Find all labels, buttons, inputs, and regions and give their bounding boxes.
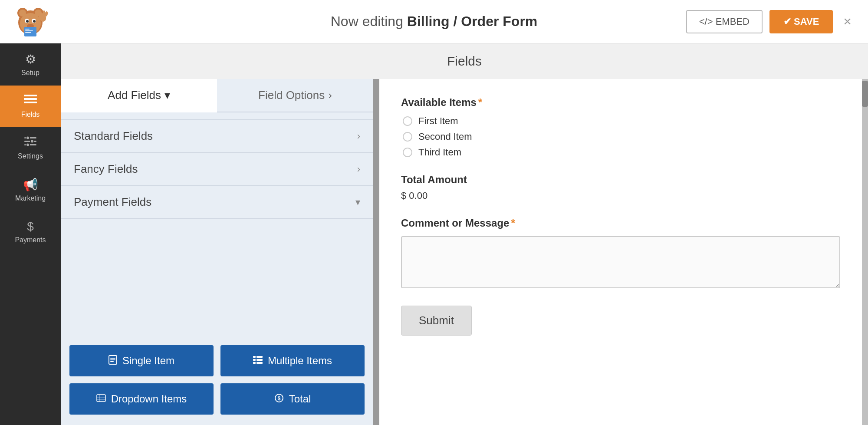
single-item-button[interactable]: Single Item (69, 345, 214, 376)
total-amount-label: Total Amount (401, 174, 840, 186)
svg-rect-41 (97, 397, 105, 398)
logo-icon (13, 4, 48, 39)
settings-icon (24, 136, 36, 150)
sidebar-label-settings: Settings (18, 152, 43, 160)
tabs-row: Add Fields ▾ Field Options › (61, 79, 373, 112)
field-group-payment[interactable]: Payment Fields ▾ (61, 186, 373, 219)
svg-point-27 (26, 136, 30, 140)
total-button[interactable]: $ Total (220, 383, 365, 415)
embed-button[interactable]: </> EMBED (686, 10, 763, 33)
tab-add-fields-label: Add Fields (108, 89, 161, 102)
dropdown-items-label: Dropdown Items (111, 393, 187, 405)
svg-rect-36 (253, 359, 256, 361)
radio-item-third[interactable]: Third Item (403, 147, 840, 158)
comment-label: Comment or Message* (401, 217, 840, 229)
svg-rect-33 (110, 361, 114, 362)
svg-point-9 (33, 20, 36, 23)
single-item-label: Single Item (122, 355, 174, 367)
third-item-label: Third Item (418, 147, 461, 158)
header-actions: </> EMBED ✔ SAVE × (686, 10, 855, 33)
svg-text:$: $ (277, 395, 280, 402)
svg-rect-11 (24, 27, 36, 36)
chevron-right-fancy: › (357, 164, 360, 175)
tab-field-options[interactable]: Field Options › (217, 79, 373, 112)
chevron-right-icon: › (328, 89, 332, 102)
comment-section: Comment or Message* (401, 217, 840, 290)
second-item-label: Second Item (418, 131, 472, 142)
sidebar-item-setup[interactable]: ⚙ Setup (0, 43, 61, 86)
sidebar-item-settings[interactable]: Settings (0, 127, 61, 169)
fields-section-title: Fields (61, 43, 868, 79)
fancy-fields-label: Fancy Fields (74, 162, 138, 176)
total-icon: $ (274, 394, 284, 405)
dropdown-items-icon (96, 394, 106, 404)
header-title: Now editing Billing / Order Form (331, 13, 538, 30)
chevron-down-icon: ▾ (164, 89, 170, 102)
payment-fields-label: Payment Fields (74, 195, 151, 209)
sidebar-label-payments: Payments (15, 236, 46, 244)
save-button[interactable]: ✔ SAVE (769, 10, 833, 33)
left-panel: Add Fields ▾ Field Options › Standard Fi… (61, 79, 373, 425)
form-preview: Available Items* First Item Second Item (379, 79, 862, 425)
submit-section: Submit (401, 306, 840, 336)
svg-rect-23 (24, 102, 26, 103)
field-groups: Standard Fields › Fancy Fields › Payment… (61, 112, 373, 335)
radio-circle-second (403, 132, 412, 142)
main-layout: ⚙ Setup Fields (0, 43, 868, 425)
svg-point-28 (30, 140, 34, 143)
svg-rect-34 (253, 356, 256, 358)
sidebar-label-marketing: Marketing (15, 194, 46, 202)
field-group-fancy[interactable]: Fancy Fields › (61, 153, 373, 186)
standard-fields-label: Standard Fields (74, 129, 153, 143)
radio-group: First Item Second Item Third Item (403, 115, 840, 158)
svg-rect-14 (25, 32, 31, 33)
top-header: Now editing Billing / Order Form </> EMB… (0, 0, 868, 43)
sidebar-label-setup: Setup (21, 69, 39, 77)
marketing-icon: 📢 (23, 178, 38, 192)
sidebar-label-fields: Fields (21, 111, 40, 119)
svg-rect-32 (110, 359, 115, 360)
payments-icon: $ (27, 220, 34, 234)
svg-point-29 (26, 143, 30, 147)
multiple-items-icon (253, 356, 263, 366)
single-item-icon (108, 355, 117, 367)
available-items-section: Available Items* First Item Second Item (401, 96, 840, 158)
total-amount-value: $ 0.00 (401, 190, 840, 201)
svg-rect-12 (25, 29, 30, 30)
multiple-items-button[interactable]: Multiple Items (220, 345, 365, 376)
panels-container: Add Fields ▾ Field Options › Standard Fi… (61, 79, 868, 425)
svg-rect-37 (256, 359, 263, 361)
svg-rect-31 (110, 358, 115, 359)
tab-field-options-label: Field Options (258, 89, 325, 102)
svg-rect-13 (25, 30, 33, 31)
radio-item-second[interactable]: Second Item (403, 131, 840, 142)
required-star: * (478, 96, 482, 109)
content-area: Fields Add Fields ▾ Field Options › (61, 43, 868, 425)
comment-textarea[interactable] (401, 236, 840, 288)
svg-rect-35 (256, 356, 263, 358)
field-group-standard[interactable]: Standard Fields › (61, 119, 373, 153)
svg-rect-42 (97, 399, 105, 400)
chevron-down-payment: ▾ (355, 197, 360, 208)
right-panel-scrollbar[interactable] (862, 79, 868, 425)
svg-rect-38 (253, 362, 256, 364)
scrollbar-thumb (862, 81, 868, 107)
svg-point-8 (26, 20, 29, 23)
left-panel-scrollbar[interactable] (373, 79, 379, 425)
dropdown-items-button[interactable]: Dropdown Items (69, 383, 214, 415)
payment-buttons: Single Item (61, 335, 373, 425)
gear-icon: ⚙ (25, 52, 36, 66)
svg-rect-43 (99, 395, 100, 402)
fields-icon (24, 94, 37, 108)
tab-add-fields[interactable]: Add Fields ▾ (61, 79, 217, 112)
first-item-label: First Item (418, 115, 458, 127)
sidebar-item-payments[interactable]: $ Payments (0, 211, 61, 253)
comment-required-star: * (511, 217, 515, 229)
submit-button[interactable]: Submit (401, 306, 472, 336)
available-items-label: Available Items* (401, 96, 840, 109)
total-label: Total (289, 393, 311, 405)
close-button[interactable]: × (840, 10, 855, 33)
sidebar-item-marketing[interactable]: 📢 Marketing (0, 169, 61, 211)
radio-item-first[interactable]: First Item (403, 115, 840, 127)
sidebar-item-fields[interactable]: Fields (0, 86, 61, 127)
